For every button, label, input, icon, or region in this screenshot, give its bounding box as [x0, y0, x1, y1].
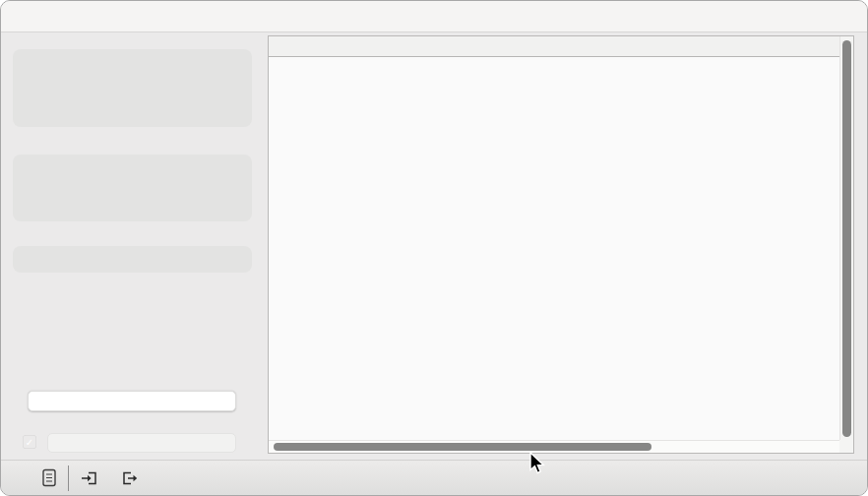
table-body: [269, 57, 853, 440]
statusbar-separator: [68, 465, 69, 491]
info-box: [13, 49, 252, 127]
variables-box: [13, 155, 252, 221]
window-title: [1, 1, 867, 32]
table-header-row: [269, 36, 853, 57]
vertical-scrollbar-thumb[interactable]: [842, 40, 851, 437]
restore-original-order-button[interactable]: [28, 391, 236, 411]
horizontal-scrollbar-thumb[interactable]: [274, 443, 651, 451]
selection-box: [13, 246, 252, 273]
report-icon[interactable]: [38, 468, 60, 487]
vertical-scrollbar[interactable]: [839, 36, 853, 440]
tabela-window: ✓: [0, 0, 868, 496]
horizontal-scrollbar[interactable]: [269, 440, 839, 453]
output-summary-icon: [119, 470, 141, 486]
scrollbar-corner: [839, 440, 853, 453]
statusbar: [1, 461, 867, 495]
input-summary-icon: [79, 470, 100, 486]
titlebar[interactable]: [1, 1, 867, 32]
data-table: [268, 35, 854, 454]
auto-send-checkbox[interactable]: ✓: [23, 435, 36, 449]
send-automatically-button[interactable]: [47, 433, 236, 453]
